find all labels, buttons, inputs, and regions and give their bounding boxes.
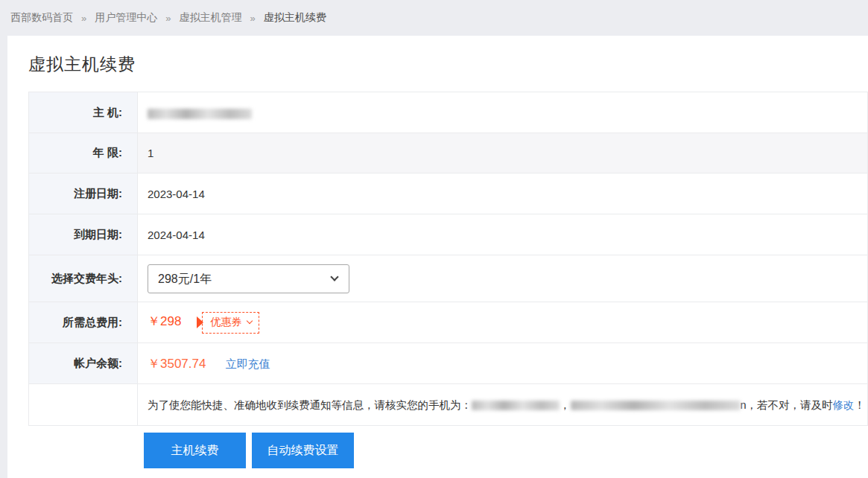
form-row-years: 年 限: 1 [29,133,868,173]
breadcrumb-separator-icon: » [81,13,86,24]
modify-link[interactable]: 修改 [833,399,855,411]
term-select[interactable]: 298元/1年 [148,264,349,293]
years-value: 1 [138,133,868,173]
breadcrumb: 西部数码首页 » 用户管理中心 » 虚拟主机管理 » 虚拟主机续费 [0,0,868,36]
page-title: 虚拟主机续费 [28,53,868,76]
redacted-email [571,401,741,410]
host-label: 主 机: [29,92,138,133]
form-row-exp-date: 到期日期: 2024-04-14 [29,214,868,255]
form-row-term: 选择交费年头: 298元/1年 [29,255,868,302]
form-row-notice: 为了使您能快捷、准确地收到续费通知等信息，请核实您的手机为：，n，若不对，请及时… [29,384,868,426]
notice-between: ， [560,399,571,411]
breadcrumb-host-renewal: 虚拟主机续费 [264,11,326,25]
breadcrumb-user-center[interactable]: 用户管理中心 [95,11,157,25]
coupon-box: 优惠券 [202,312,259,334]
balance-label: 帐户余额: [29,343,138,384]
renewal-form-table: 主 机: 年 限: 1 注册日期: 2023-04-14 到期日期: 2024-… [28,92,868,426]
reg-date-value: 2023-04-14 [138,173,868,214]
reg-date-label: 注册日期: [29,173,138,214]
redacted-phone [472,401,560,410]
host-value [138,92,868,133]
coupon-button[interactable]: 优惠券 [197,312,259,334]
notice-email-tail: n [741,399,747,411]
balance-amount: ￥3507.74 [148,357,206,371]
form-row-reg-date: 注册日期: 2023-04-14 [29,173,868,214]
form-row-total: 所需总费用: ￥298 优惠券 [29,302,868,343]
auto-renew-settings-button[interactable]: 自动续费设置 [252,433,354,468]
recharge-link[interactable]: 立即充值 [226,357,270,370]
exp-date-value: 2024-04-14 [138,214,868,255]
coupon-label: 优惠券 [211,316,242,329]
form-row-host: 主 机: [29,92,868,133]
redacted-host-value [148,109,252,119]
notice-after: ，若不对，请及时 [747,399,833,411]
breadcrumb-separator-icon: » [250,13,255,24]
breadcrumb-separator-icon: » [165,13,171,24]
action-buttons: 主机续费 自动续费设置 [144,433,868,468]
content-panel: 虚拟主机续费 主 机: 年 限: 1 注册日期: 2023-04-14 到期日期… [7,36,868,478]
exp-date-label: 到期日期: [29,214,138,255]
term-value: 298元/1年 [138,255,868,302]
chevron-down-icon [246,318,252,324]
years-label: 年 限: [29,133,138,173]
renew-host-button[interactable]: 主机续费 [144,433,246,468]
term-label: 选择交费年头: [29,255,138,302]
notice-label-empty [29,384,138,426]
notice-end: ！ [855,399,866,411]
notice-cell: 为了使您能快捷、准确地收到续费通知等信息，请核实您的手机为：，n，若不对，请及时… [138,384,868,426]
notice-before-phone: 为了使您能快捷、准确地收到续费通知等信息，请核实您的手机为： [148,399,472,411]
total-amount: ￥298 [148,314,181,328]
breadcrumb-host-management[interactable]: 虚拟主机管理 [179,11,241,25]
form-row-balance: 帐户余额: ￥3507.74 立即充值 [29,343,868,384]
breadcrumb-home[interactable]: 西部数码首页 [10,11,73,25]
total-label: 所需总费用: [29,302,138,343]
total-value: ￥298 优惠券 [138,302,868,343]
term-select-wrap: 298元/1年 [148,264,349,293]
coupon-arrow-icon [197,316,203,328]
notice-text: 为了使您能快捷、准确地收到续费通知等信息，请核实您的手机为：，n，若不对，请及时… [148,399,865,411]
balance-value: ￥3507.74 立即充值 [138,343,868,384]
